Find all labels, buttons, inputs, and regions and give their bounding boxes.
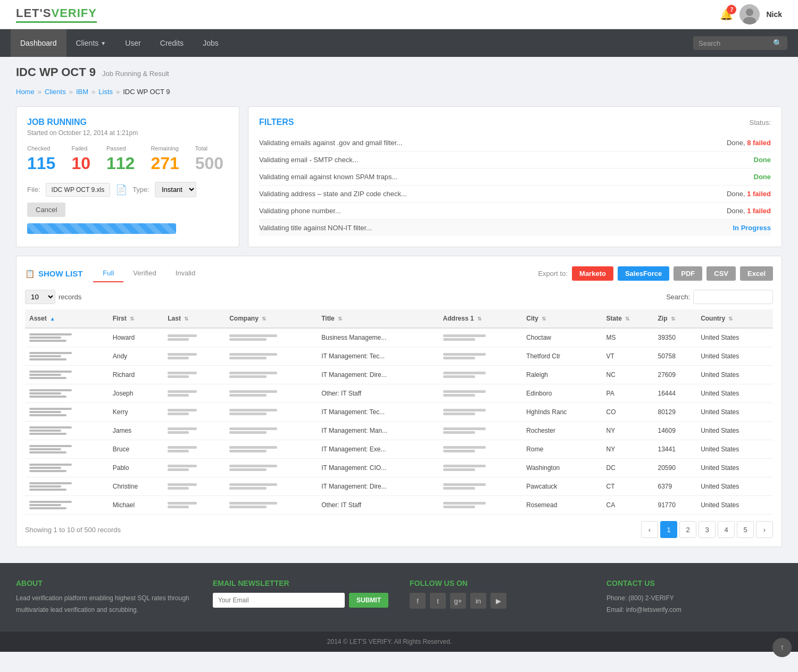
stat-failed: Failed 10	[71, 145, 90, 173]
filter-list: Validating emails against .gov and gmail…	[259, 135, 771, 236]
file-label: File:	[27, 186, 40, 194]
export-salesforce-button[interactable]: SalesForce	[618, 266, 669, 281]
list-section: 📋 SHOW LIST Full Verified Invalid Export…	[16, 256, 782, 547]
cell-state: PA	[602, 384, 654, 403]
filter-name: Validating title against NON-IT filter..…	[259, 224, 372, 232]
table-row: JamesIT Management: Man...RochesterNY146…	[25, 422, 773, 440]
cell-company	[225, 459, 317, 477]
col-asset[interactable]: Asset ▲	[25, 309, 109, 328]
page-next-button[interactable]: ›	[756, 521, 773, 538]
nav-search-box[interactable]: 🔍	[693, 36, 787, 50]
stats-row: Checked 115 Failed 10 Passed 112 Remaini…	[27, 145, 228, 173]
col-state[interactable]: State ⇅	[602, 309, 654, 328]
col-zip[interactable]: Zip ⇅	[654, 309, 697, 328]
export-marketo-button[interactable]: Marketo	[572, 266, 613, 281]
cell-zip: 6379	[654, 477, 697, 496]
footer-email-link[interactable]: info@letsverify.com	[626, 606, 681, 614]
col-last[interactable]: Last ⇅	[163, 309, 225, 328]
cell-zip: 27609	[654, 366, 697, 384]
page-prev-button[interactable]: ‹	[641, 521, 658, 538]
footer-contact-title: CONTACT US	[606, 579, 782, 587]
breadcrumb-home[interactable]: Home	[16, 88, 35, 96]
nav-clients[interactable]: Clients ▼	[66, 29, 116, 57]
export-pdf-button[interactable]: PDF	[674, 266, 702, 281]
col-first[interactable]: First ⇅	[109, 309, 163, 328]
list-title-text: SHOW LIST	[38, 269, 82, 278]
cell-title: Other: IT Staff	[317, 496, 438, 515]
cell-city: Pawcatuck	[522, 477, 602, 496]
page-3-button[interactable]: 3	[699, 521, 716, 538]
footer-newsletter-title: EMAIL NEWSLETTER	[213, 579, 388, 587]
email-input[interactable]	[213, 593, 345, 608]
breadcrumb-ibm[interactable]: IBM	[76, 88, 88, 96]
filter-name: Validating emails against .gov and gmail…	[259, 139, 402, 147]
cell-address	[439, 496, 522, 515]
page-1-button[interactable]: 1	[660, 521, 677, 538]
cell-first: James	[109, 422, 163, 440]
cell-state: NY	[602, 440, 654, 459]
cell-asset	[25, 366, 109, 384]
googleplus-icon[interactable]: g+	[450, 593, 466, 609]
cell-last	[163, 440, 225, 459]
export-csv-button[interactable]: CSV	[706, 266, 736, 281]
facebook-icon[interactable]: f	[410, 593, 426, 609]
page-5-button[interactable]: 5	[737, 521, 754, 538]
scroll-top-button[interactable]: ↑	[772, 638, 792, 657]
tab-full[interactable]: Full	[93, 265, 123, 282]
cell-title: IT Management: Tec...	[317, 347, 438, 366]
col-city[interactable]: City ⇅	[522, 309, 602, 328]
pagination: ‹ 1 2 3 4 5 ›	[641, 521, 773, 538]
pagination-area: Showing 1 to 10 of 500 records ‹ 1 2 3 4…	[25, 521, 773, 538]
submit-button[interactable]: SUBMIT	[349, 593, 388, 608]
breadcrumb-lists[interactable]: Lists	[98, 88, 113, 96]
cell-state: NY	[602, 422, 654, 440]
cell-state: DC	[602, 459, 654, 477]
stat-passed-label: Passed	[106, 145, 135, 152]
cell-address	[439, 422, 522, 440]
twitter-icon[interactable]: t	[430, 593, 446, 609]
cell-city: Washington	[522, 459, 602, 477]
stat-checked-label: Checked	[27, 145, 55, 152]
avatar	[739, 4, 760, 24]
cell-zip: 16444	[654, 384, 697, 403]
nav-jobs[interactable]: Jobs	[193, 29, 228, 57]
export-label: Export to:	[538, 270, 568, 278]
type-select[interactable]: Instant Batch	[155, 182, 196, 197]
nav-credits[interactable]: Credits	[151, 29, 193, 57]
page-2-button[interactable]: 2	[679, 521, 696, 538]
cell-country: United States	[696, 328, 773, 347]
nav-dashboard[interactable]: Dashboard	[11, 29, 66, 57]
tab-invalid[interactable]: Invalid	[166, 265, 205, 282]
youtube-icon[interactable]: ▶	[491, 593, 506, 609]
breadcrumb-clients[interactable]: Clients	[45, 88, 66, 96]
cell-city: Choctaw	[522, 328, 602, 347]
footer-social: FOLLOW US ON f t g+ in ▶	[410, 579, 585, 616]
search-input[interactable]	[699, 39, 773, 47]
per-page-select[interactable]: 10 25 50 100	[25, 290, 55, 304]
cell-title: IT Management: Dire...	[317, 477, 438, 496]
col-country[interactable]: Country ⇅	[696, 309, 773, 328]
search-icon: 🔍	[773, 39, 782, 47]
notification-bell[interactable]: 🔔 7	[720, 8, 733, 21]
cancel-button[interactable]: Cancel	[27, 203, 65, 217]
tab-verified[interactable]: Verified	[123, 265, 165, 282]
table-search-input[interactable]	[693, 290, 773, 304]
export-area: Export to: Marketo SalesForce PDF CSV Ex…	[538, 266, 773, 281]
cell-city: Raleigh	[522, 366, 602, 384]
linkedin-icon[interactable]: in	[470, 593, 486, 609]
nav-user[interactable]: User	[115, 29, 151, 57]
breadcrumb-sep: »	[69, 88, 73, 96]
stat-checked-value: 115	[27, 154, 55, 173]
export-excel-button[interactable]: Excel	[740, 266, 773, 281]
breadcrumb-current: IDC WP OCT 9	[123, 88, 170, 96]
cell-city: Rochester	[522, 422, 602, 440]
col-address1[interactable]: Address 1 ⇅	[439, 309, 522, 328]
cell-title: IT Management: Man...	[317, 422, 438, 440]
col-title[interactable]: Title ⇅	[317, 309, 438, 328]
page-4-button[interactable]: 4	[718, 521, 735, 538]
filter-row: Validating emails against .gov and gmail…	[259, 135, 771, 152]
records-label: records	[59, 293, 81, 301]
file-download-icon[interactable]: 📄	[115, 184, 127, 196]
col-company[interactable]: Company ⇅	[225, 309, 317, 328]
cell-company	[225, 328, 317, 347]
